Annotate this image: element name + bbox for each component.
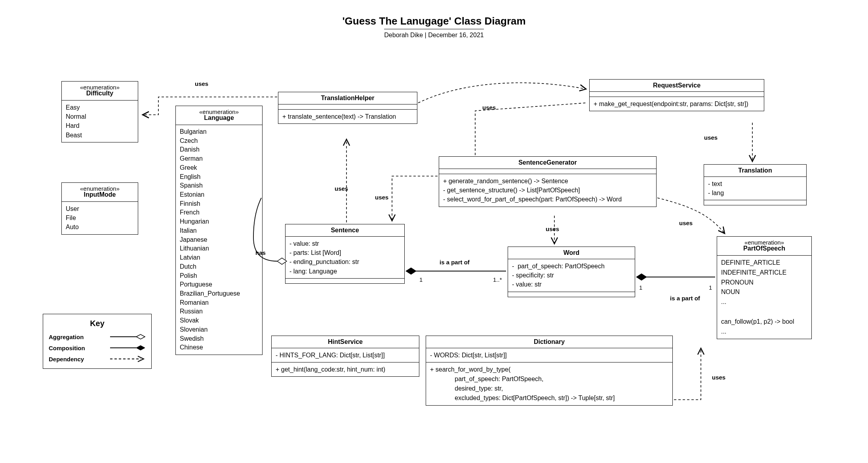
multiplicity-one: 1	[419, 276, 423, 283]
label-has: has	[255, 249, 266, 256]
attrs-empty	[278, 104, 417, 109]
attrs-empty	[439, 169, 656, 174]
svg-marker-7	[405, 268, 417, 275]
class-name: TranslationHelper	[278, 92, 417, 104]
class-name: Sentence	[286, 224, 404, 236]
stereotype: «enumeration»	[717, 237, 811, 246]
methods-empty	[508, 292, 635, 297]
class-partofspeech: «enumeration» PartOfSpeech DEFINITE_ARTI…	[717, 236, 812, 339]
key-label: Aggregation	[49, 334, 84, 340]
class-name: Difficulty	[62, 90, 138, 100]
enum-items: Easy Normal Hard Beast	[62, 100, 138, 142]
label-uses: uses	[712, 374, 725, 381]
class-name: Dictionary	[426, 336, 672, 348]
enum-items: Bulgarian Czech Danish German Greek Engl…	[176, 125, 262, 355]
attrs: - HINTS_FOR_LANG: Dict[str, List[str]]	[272, 348, 419, 362]
class-word: Word - part_of_speech: PartOfSpeech - sp…	[508, 247, 635, 297]
label-uses: uses	[679, 220, 693, 226]
class-name: RequestService	[590, 80, 764, 91]
composition-icon	[110, 344, 146, 352]
key-label: Composition	[49, 345, 85, 351]
key-title: Key	[43, 314, 151, 331]
class-dictionary: Dictionary - WORDS: Dict[str, List[str]]…	[426, 336, 673, 406]
label-uses: uses	[335, 185, 348, 192]
enum-items: User File Auto	[62, 201, 138, 234]
methods: + translate_sentence(text) -> Translatio…	[278, 109, 417, 123]
label-uses: uses	[482, 104, 496, 111]
label-uses: uses	[546, 226, 559, 232]
label-ispartof: is a part of	[440, 259, 470, 266]
class-hintservice: HintService - HINTS_FOR_LANG: Dict[str, …	[271, 336, 419, 377]
class-name: Translation	[704, 165, 806, 176]
dependency-icon	[110, 355, 146, 363]
methods: + make_get_request(endpoint:str, params:…	[590, 97, 764, 111]
class-name: SentenceGenerator	[439, 157, 656, 169]
methods: + get_hint(lang_code:str, hint_num: int)	[272, 362, 419, 376]
class-requestservice: RequestService + make_get_request(endpoi…	[589, 79, 764, 111]
key-label: Dependency	[49, 356, 84, 362]
class-translationhelper: TranslationHelper + translate_sentence(t…	[278, 92, 417, 124]
legend-key: Key Aggregation Composition Dependency	[43, 314, 152, 369]
attrs: - text - lang	[704, 176, 806, 200]
label-uses: uses	[375, 194, 388, 201]
attrs: - value: str - parts: List [Word] - endi…	[286, 236, 404, 278]
class-inputmode: «enumeration» InputMode User File Auto	[61, 182, 138, 235]
class-name: InputMode	[62, 191, 138, 201]
class-translation: Translation - text - lang	[704, 164, 807, 205]
svg-marker-9	[636, 273, 647, 281]
enum-items: DEFINITE_ARTICLE INDEFINITE_ARTICLE PRON…	[717, 255, 811, 339]
key-dependency: Dependency	[43, 353, 151, 368]
stereotype: «enumeration»	[176, 106, 262, 115]
attrs: - WORDS: Dict[str, List[str]]	[426, 348, 672, 362]
attrs: - part_of_speech: PartOfSpeech - specifi…	[508, 259, 635, 292]
label-ispartof: is a part of	[670, 295, 700, 302]
svg-marker-3	[136, 345, 145, 350]
methods-empty	[286, 278, 404, 283]
label-uses: uses	[704, 134, 718, 141]
multiplicity-onemany: 1..*	[493, 276, 502, 283]
class-difficulty: «enumeration» Difficulty Easy Normal Har…	[61, 81, 138, 142]
methods: + generate_random_sentence() -> Sentence…	[439, 174, 656, 207]
class-sentencegenerator: SentenceGenerator + generate_random_sent…	[439, 156, 657, 207]
diagram-subtitle: Deborah Dike | December 16, 2021	[384, 29, 483, 39]
key-composition: Composition	[43, 342, 151, 353]
svg-marker-1	[136, 334, 145, 339]
key-aggregation: Aggregation	[43, 331, 151, 342]
methods-empty	[704, 200, 806, 205]
diagram-title: 'Guess The Lanugage' Class Diagram	[0, 15, 868, 27]
multiplicity-one: 1	[639, 284, 642, 291]
class-name: Language	[176, 114, 262, 125]
class-name: Word	[508, 247, 635, 259]
aggregation-icon	[110, 333, 146, 341]
attrs-empty	[590, 91, 764, 97]
class-name: PartOfSpeech	[717, 245, 811, 255]
label-uses: uses	[195, 80, 208, 87]
methods: + search_for_word_by_type( part_of_speec…	[426, 362, 672, 405]
stereotype: «enumeration»	[62, 183, 138, 192]
class-language: «enumeration» Language Bulgarian Czech D…	[175, 106, 263, 355]
class-name: HintService	[272, 336, 419, 348]
stereotype: «enumeration»	[62, 82, 138, 91]
multiplicity-one: 1	[709, 284, 712, 291]
class-sentence: Sentence - value: str - parts: List [Wor…	[285, 224, 405, 284]
